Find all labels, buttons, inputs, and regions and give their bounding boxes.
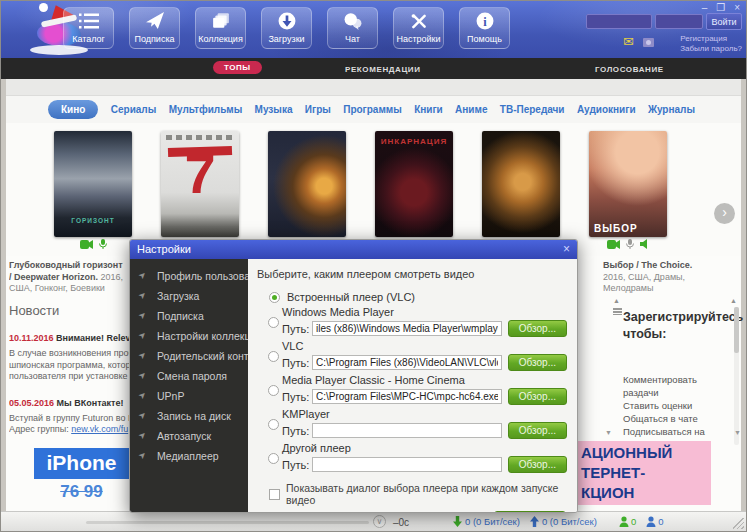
dialog-close-icon[interactable]: × — [563, 240, 570, 259]
radio-other-player[interactable] — [268, 453, 279, 464]
kmplayer-browse-button[interactable]: Обзор... — [508, 422, 567, 439]
carousel-next-button[interactable]: › — [714, 203, 735, 224]
dialog-titlebar[interactable]: Настройки × — [130, 240, 577, 259]
mpc-browse-button[interactable]: Обзор... — [508, 388, 567, 405]
panel-scrollbar[interactable] — [734, 307, 739, 445]
builtin-player-label: Встроенный плеер (VLC) — [287, 291, 415, 303]
news-body-line: шпионская программа, котора — [9, 360, 129, 372]
wmp-browse-button[interactable]: Обзор... — [508, 320, 567, 337]
login-button[interactable]: Войти — [706, 13, 742, 30]
radio-vlc[interactable] — [268, 351, 279, 362]
path-label: Путь: — [282, 425, 312, 437]
vlc-browse-button[interactable]: Обзор... — [508, 354, 567, 371]
password-input[interactable] — [655, 14, 703, 29]
vlc-path-input[interactable] — [312, 355, 502, 370]
forgot-password-link[interactable]: Забыли пароль? — [680, 44, 742, 54]
camera-icon[interactable] — [643, 38, 654, 47]
save-button[interactable]: Сохранить — [494, 511, 566, 513]
poster-magnificent-seven[interactable]: 7 — [161, 131, 239, 237]
radio-builtin-vlc[interactable] — [269, 292, 280, 303]
sidebar-item-disc-burn[interactable]: ➤Запись на диск — [130, 406, 248, 426]
nav-chat-button[interactable]: Чат — [327, 7, 378, 49]
poster-incarnation[interactable]: ИНКАРНАЦИЯ — [375, 131, 453, 237]
sidebar-item-collection-settings[interactable]: ➤Настройки коллекции — [130, 326, 248, 346]
sidebar-item-mediaplayer[interactable]: ➤Медиаплеер — [130, 446, 248, 466]
sidebar-item-subscription[interactable]: ➤Подписка — [130, 306, 248, 326]
tab-serialy[interactable]: Сериалы — [111, 104, 157, 115]
poster-deepwater-horizon[interactable]: ГОРИЗОНТ — [54, 131, 132, 237]
sidebar-item-change-password[interactable]: ➤Смена пароля — [130, 366, 248, 386]
tab-audioknigi[interactable]: Аудиокниги — [577, 104, 636, 115]
kmplayer-path-input[interactable] — [312, 423, 502, 438]
register-link[interactable]: Регистрация — [680, 34, 742, 44]
close-button[interactable]: × — [734, 3, 740, 13]
news-body-line: пользователя при установке д — [9, 371, 129, 383]
radio-wmp[interactable] — [268, 317, 279, 328]
minimize-button[interactable]: – — [702, 3, 708, 13]
tab-programmy[interactable]: Программы — [343, 104, 402, 115]
progress-knob[interactable]: ∨ — [373, 515, 386, 528]
dialog-header: Выберите, каким плеером смотреть видео — [257, 268, 567, 280]
resize-grip[interactable] — [733, 518, 744, 529]
sidebar-item-profile[interactable]: ➤Профиль пользователя — [130, 266, 248, 286]
tab-multfilmy[interactable]: Мультфильмы — [169, 104, 243, 115]
mail-icon[interactable]: ✉ — [623, 36, 634, 48]
nav-settings-button[interactable]: Настройки — [393, 7, 444, 49]
auction-ad-banner[interactable]: АЦИОННЫЙ ТЕРНЕТ- КЦИОН — [578, 441, 711, 505]
window-controls: – ❐ × — [702, 3, 740, 13]
news-link-prefix: Адрес группы: — [9, 424, 71, 434]
radio-kmplayer[interactable] — [268, 419, 279, 430]
poster-dark-action-film[interactable] — [268, 131, 346, 237]
poster-inferno[interactable] — [482, 131, 560, 237]
wmp-path-input[interactable] — [312, 321, 502, 336]
tab-muzyka[interactable]: Музыка — [255, 104, 293, 115]
scroll-up-icon[interactable]: ▲ — [730, 297, 737, 304]
tab-zhurnaly[interactable]: Журналы — [648, 104, 695, 115]
list-toggle-icon[interactable] — [613, 308, 622, 315]
restore-button[interactable]: ❐ — [716, 3, 725, 13]
news-body-line: Вступай в группу Futuron во В — [9, 413, 129, 425]
mpc-path-input[interactable] — [312, 389, 502, 404]
transfer-stats: 0 (0 Бит/сек) 0 (0 Бит/сек) — [453, 516, 597, 527]
sidebar-item-autostart[interactable]: ➤Автозапуск — [130, 426, 248, 446]
scroll-up-icon[interactable]: ▲ — [613, 297, 620, 304]
recommendations-tab[interactable]: РЕКОМЕНДАЦИИ — [345, 65, 421, 74]
progress-track[interactable] — [86, 521, 369, 524]
sidebar-item-parental-control[interactable]: ➤Родительский контроль — [130, 346, 248, 366]
nav-subscription-button[interactable]: Подписка — [129, 7, 180, 49]
app-window: Каталог Подписка Коллекция Загрузки — [0, 0, 747, 532]
scroll-down-icon[interactable]: ▼ — [605, 429, 612, 436]
nav-catalog-button[interactable]: Каталог — [63, 7, 114, 49]
vk-group-link[interactable]: new.vk.com/fu — [71, 424, 128, 434]
player-option-wmp: Windows Media Player Путь: Обзор... — [257, 306, 567, 337]
tab-igry[interactable]: Игры — [305, 104, 331, 115]
iphone-ad-banner[interactable]: iPhone — [34, 448, 129, 479]
login-input[interactable] — [586, 14, 652, 29]
voting-tab[interactable]: ГОЛОСОВАНИЕ — [595, 65, 664, 74]
nav-help-button[interactable]: i Помощь — [459, 7, 510, 49]
radio-mpc[interactable] — [268, 385, 279, 396]
user-total-icon — [646, 516, 656, 527]
news-heading: Новости — [9, 303, 129, 318]
benefit-item: Ставить оценки — [623, 399, 729, 412]
tab-kino[interactable]: Кино — [48, 100, 98, 119]
tops-tab[interactable]: ТОПЫ — [213, 61, 262, 74]
other-player-path-input[interactable] — [312, 457, 502, 472]
tab-anime[interactable]: Аниме — [455, 104, 487, 115]
availability-icons — [607, 239, 650, 249]
show-player-dialog-checkbox[interactable] — [269, 489, 280, 500]
header-strip — [6, 79, 741, 96]
tab-knigi[interactable]: Книги — [414, 104, 443, 115]
tab-tv[interactable]: ТВ-Передачи — [500, 104, 565, 115]
scroll-down-icon[interactable]: ▼ — [734, 429, 741, 436]
nav-collection-button[interactable]: Коллекция — [195, 7, 246, 49]
nav-downloads-button[interactable]: Загрузки — [261, 7, 312, 49]
scrollbar-thumb[interactable] — [734, 307, 739, 353]
sidebar-item-download[interactable]: ➤Загрузка — [130, 286, 248, 306]
poster-item: ВЫБОР — [589, 131, 667, 249]
poster-the-choice[interactable]: ВЫБОР — [589, 131, 667, 237]
caption-deepwater-horizon[interactable]: Глубоководный горизонт / Deepwater Horiz… — [9, 260, 127, 306]
other-player-browse-button[interactable]: Обзор... — [508, 456, 567, 473]
sidebar-item-upnp[interactable]: ➤UPnP — [130, 386, 248, 406]
pin-icon: ➤ — [136, 269, 149, 282]
